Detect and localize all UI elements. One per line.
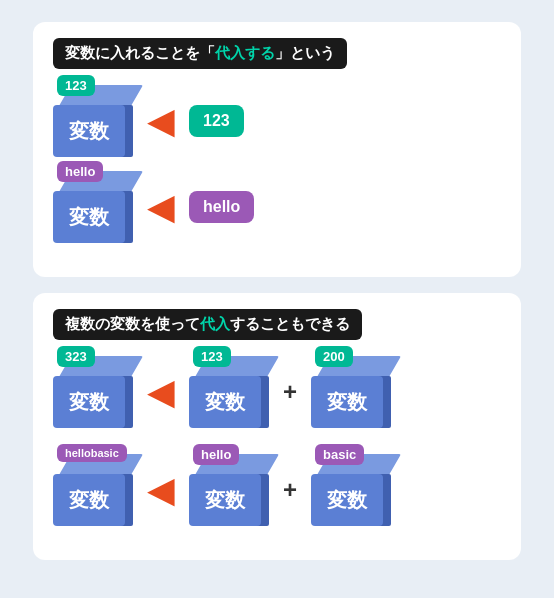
box-323-text: 変数 [69, 389, 109, 416]
box-200-text: 変数 [327, 389, 367, 416]
value-123: 123 [189, 105, 244, 137]
box-323-label: 323 [57, 346, 95, 367]
box-123b: 123 変数 [189, 356, 269, 428]
box-123b-front: 変数 [189, 376, 261, 428]
section2-title-prefix: 複数の変数を使って [65, 315, 200, 332]
section2-title-accent: 代入 [200, 315, 230, 332]
box-hello-label: hello [57, 161, 103, 182]
box-hellobasic-text: 変数 [69, 487, 109, 514]
row-323: 323 変数 ◀ 123 変数 + [53, 356, 501, 428]
section1-title-accent: 代入する [215, 44, 275, 61]
box-hellob-label: hello [193, 444, 239, 465]
plus-icon-1: + [283, 378, 297, 406]
section2-rows: 323 変数 ◀ 123 変数 + [53, 356, 501, 540]
box-hello-text: 変数 [69, 204, 109, 231]
box-hellobasic-front: 変数 [53, 474, 125, 526]
section2-title: 複数の変数を使って代入することもできる [53, 309, 362, 340]
section2-title-suffix: することもできる [230, 315, 350, 332]
box-323-front: 変数 [53, 376, 125, 428]
section1-title-prefix: 変数に入れることを「 [65, 44, 215, 61]
box-basic: basic 変数 [311, 454, 391, 526]
box-hello: hello 変数 [53, 171, 133, 243]
main-container: 変数に入れることを「代入する」という 123 変数 ◀ 123 hello 変数 [17, 6, 537, 592]
box-200: 200 変数 [311, 356, 391, 428]
box-hellob-text: 変数 [205, 487, 245, 514]
box-123b-text: 変数 [205, 389, 245, 416]
plus-icon-2: + [283, 476, 297, 504]
arrow-icon-2: ◀ [147, 189, 175, 225]
box-200-label: 200 [315, 346, 353, 367]
arrow-icon-4: ◀ [147, 472, 175, 508]
box-basic-label: basic [315, 444, 364, 465]
row-123: 123 変数 ◀ 123 [53, 85, 501, 157]
box-123-text: 変数 [69, 118, 109, 145]
box-200-front: 変数 [311, 376, 383, 428]
section-assignment: 変数に入れることを「代入する」という 123 変数 ◀ 123 hello 変数 [33, 22, 521, 277]
row-hello: hello 変数 ◀ hello [53, 171, 501, 243]
box-123-label: 123 [57, 75, 95, 96]
box-basic-text: 変数 [327, 487, 367, 514]
section1-title: 変数に入れることを「代入する」という [53, 38, 347, 69]
box-hellob: hello 変数 [189, 454, 269, 526]
box-basic-front: 変数 [311, 474, 383, 526]
box-hello-front: 変数 [53, 191, 125, 243]
row-hellobasic: hellobasic 変数 ◀ hello 変数 + [53, 454, 501, 526]
arrow-icon-1: ◀ [147, 103, 175, 139]
box-hellob-front: 変数 [189, 474, 261, 526]
arrow-icon-3: ◀ [147, 374, 175, 410]
section-multiple: 複数の変数を使って代入することもできる 323 変数 ◀ 123 [33, 293, 521, 560]
box-hellobasic-label: hellobasic [57, 444, 127, 462]
box-123b-label: 123 [193, 346, 231, 367]
box-123-front: 変数 [53, 105, 125, 157]
section1-title-suffix: 」という [275, 44, 335, 61]
value-hello: hello [189, 191, 254, 223]
box-123: 123 変数 [53, 85, 133, 157]
box-hellobasic: hellobasic 変数 [53, 454, 133, 526]
box-323: 323 変数 [53, 356, 133, 428]
